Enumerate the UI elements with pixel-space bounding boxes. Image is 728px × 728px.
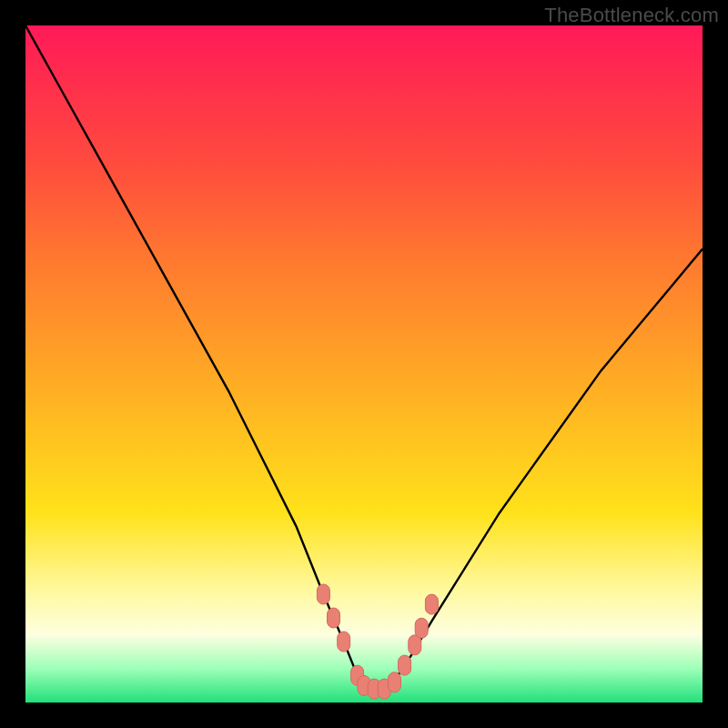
curve-marker	[338, 632, 350, 652]
curve-marker	[317, 584, 329, 604]
curve-marker	[399, 655, 411, 675]
chart-overlay	[25, 25, 703, 703]
plot-area	[25, 25, 703, 703]
watermark-text: TheBottleneck.com	[544, 4, 719, 27]
curve-marker	[328, 608, 340, 628]
curve-marker	[425, 594, 438, 614]
curve-markers	[317, 584, 438, 699]
bottleneck-curve	[25, 25, 703, 689]
curve-marker	[389, 672, 401, 693]
chart-frame: TheBottleneck.com	[0, 0, 728, 728]
curve-marker	[415, 618, 428, 638]
